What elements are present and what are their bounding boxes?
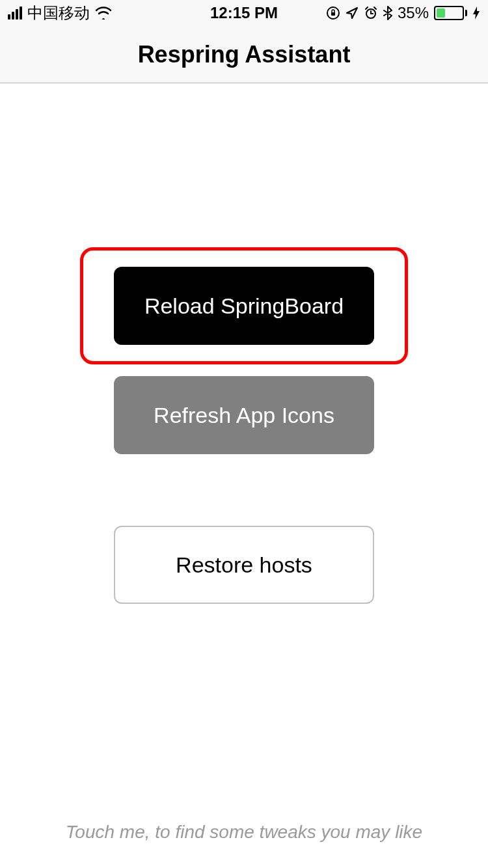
reload-springboard-label: Reload SpringBoard <box>144 293 344 319</box>
nav-bar: Respring Assistant <box>0 26 488 83</box>
status-time: 12:15 PM <box>210 4 278 22</box>
charging-bolt-icon <box>472 6 480 20</box>
page-title: Respring Assistant <box>138 41 351 68</box>
svg-line-6 <box>374 7 376 9</box>
orientation-lock-icon <box>326 6 340 20</box>
carrier-label: 中国移动 <box>27 3 90 23</box>
alarm-icon <box>364 6 378 20</box>
battery-percent-label: 35% <box>398 4 429 22</box>
svg-line-5 <box>366 7 368 9</box>
svg-rect-1 <box>331 12 335 16</box>
status-left: 中国移动 <box>8 3 112 23</box>
refresh-app-icons-button[interactable]: Refresh App Icons <box>114 376 374 454</box>
signal-strength-icon <box>8 7 22 20</box>
wifi-icon <box>95 7 112 20</box>
battery-icon <box>434 6 467 20</box>
restore-hosts-label: Restore hosts <box>176 552 312 578</box>
location-icon <box>346 7 359 20</box>
highlight-annotation: Reload SpringBoard <box>80 247 408 364</box>
refresh-app-icons-label: Refresh App Icons <box>154 403 334 428</box>
bluetooth-icon <box>383 6 392 20</box>
status-bar: 中国移动 12:15 PM <box>0 0 488 26</box>
restore-hosts-button[interactable]: Restore hosts <box>114 526 374 604</box>
status-right: 35% <box>326 4 480 22</box>
reload-springboard-button[interactable]: Reload SpringBoard <box>114 267 374 345</box>
footer-hint-link[interactable]: Touch me, to find some tweaks you may li… <box>0 822 488 843</box>
